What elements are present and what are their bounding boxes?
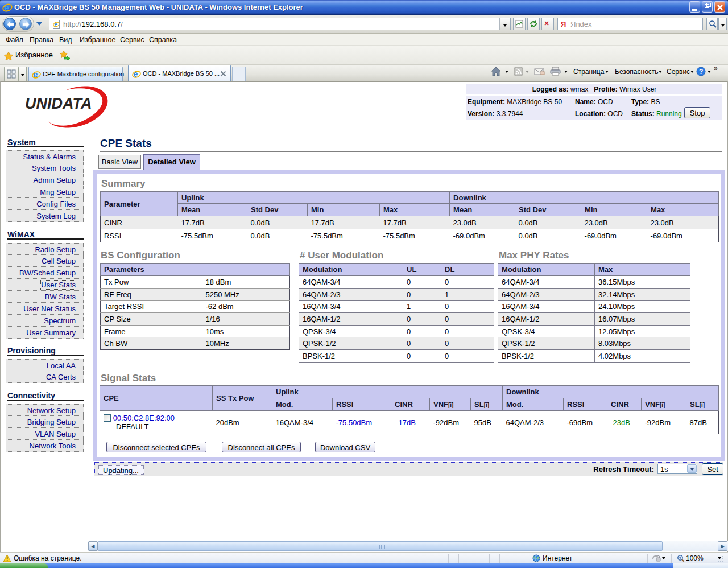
svg-text:?: ? xyxy=(699,68,703,76)
svg-text:UNIDATA: UNIDATA xyxy=(25,95,92,112)
